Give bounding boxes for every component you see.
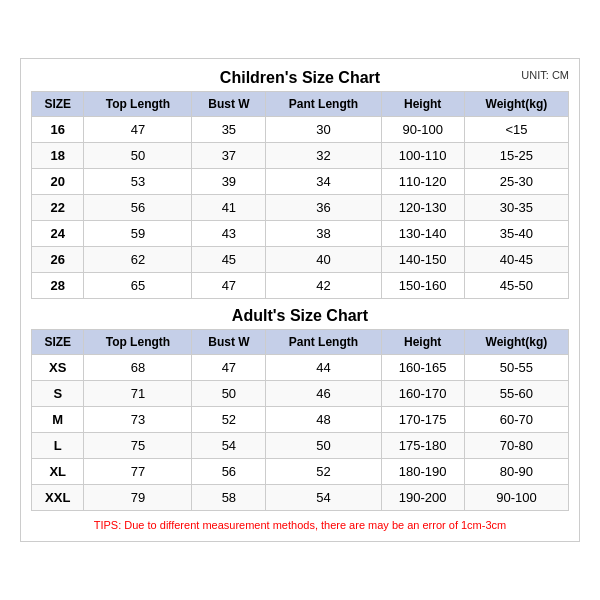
data-cell: 46 <box>266 381 381 407</box>
table-row: S715046160-17055-60 <box>32 381 569 407</box>
children-size-table: SIZE Top Length Bust W Pant Length Heigh… <box>31 91 569 299</box>
data-cell: 47 <box>192 273 266 299</box>
adult-col-size: SIZE <box>32 330 84 355</box>
table-row: L755450175-18070-80 <box>32 433 569 459</box>
children-table-body: 1647353090-100<1518503732100-11015-25205… <box>32 117 569 299</box>
adult-table-body: XS684744160-16550-55S715046160-17055-60M… <box>32 355 569 511</box>
data-cell: 50-55 <box>464 355 568 381</box>
size-chart-wrapper: Children's Size Chart UNIT: CM SIZE Top … <box>20 58 580 542</box>
data-cell: 50 <box>192 381 266 407</box>
data-cell: 32 <box>266 143 381 169</box>
data-cell: 68 <box>84 355 192 381</box>
adult-title: Adult's Size Chart <box>232 307 368 324</box>
data-cell: 59 <box>84 221 192 247</box>
data-cell: 48 <box>266 407 381 433</box>
data-cell: 50 <box>84 143 192 169</box>
adult-size-table: SIZE Top Length Bust W Pant Length Heigh… <box>31 329 569 511</box>
data-cell: 175-180 <box>381 433 464 459</box>
data-cell: 47 <box>84 117 192 143</box>
table-row: XXL795854190-20090-100 <box>32 485 569 511</box>
size-cell: S <box>32 381 84 407</box>
data-cell: 65 <box>84 273 192 299</box>
data-cell: 52 <box>192 407 266 433</box>
data-cell: 50 <box>266 433 381 459</box>
data-cell: 47 <box>192 355 266 381</box>
col-weight: Weight(kg) <box>464 92 568 117</box>
size-cell: 16 <box>32 117 84 143</box>
data-cell: 70-80 <box>464 433 568 459</box>
size-cell: 22 <box>32 195 84 221</box>
size-cell: 20 <box>32 169 84 195</box>
data-cell: 160-170 <box>381 381 464 407</box>
data-cell: 15-25 <box>464 143 568 169</box>
data-cell: 58 <box>192 485 266 511</box>
col-top-length: Top Length <box>84 92 192 117</box>
data-cell: 75 <box>84 433 192 459</box>
data-cell: 90-100 <box>464 485 568 511</box>
data-cell: 35 <box>192 117 266 143</box>
data-cell: 40-45 <box>464 247 568 273</box>
table-row: XS684744160-16550-55 <box>32 355 569 381</box>
data-cell: 170-175 <box>381 407 464 433</box>
data-cell: 79 <box>84 485 192 511</box>
data-cell: 190-200 <box>381 485 464 511</box>
data-cell: 43 <box>192 221 266 247</box>
data-cell: 80-90 <box>464 459 568 485</box>
size-cell: XL <box>32 459 84 485</box>
data-cell: 140-150 <box>381 247 464 273</box>
data-cell: 120-130 <box>381 195 464 221</box>
size-cell: XXL <box>32 485 84 511</box>
children-title: Children's Size Chart <box>220 69 380 86</box>
table-row: 24594338130-14035-40 <box>32 221 569 247</box>
data-cell: 52 <box>266 459 381 485</box>
children-table-header: SIZE Top Length Bust W Pant Length Heigh… <box>32 92 569 117</box>
size-cell: M <box>32 407 84 433</box>
table-row: 18503732100-11015-25 <box>32 143 569 169</box>
table-row: 20533934110-12025-30 <box>32 169 569 195</box>
data-cell: 39 <box>192 169 266 195</box>
tips-text: TIPS: Due to different measurement metho… <box>31 519 569 531</box>
col-bust-w: Bust W <box>192 92 266 117</box>
table-row: 22564136120-13030-35 <box>32 195 569 221</box>
adult-col-pant-length: Pant Length <box>266 330 381 355</box>
size-cell: 18 <box>32 143 84 169</box>
data-cell: 35-40 <box>464 221 568 247</box>
data-cell: 77 <box>84 459 192 485</box>
data-cell: 73 <box>84 407 192 433</box>
data-cell: 56 <box>84 195 192 221</box>
data-cell: 62 <box>84 247 192 273</box>
table-row: XL775652180-19080-90 <box>32 459 569 485</box>
size-cell: 24 <box>32 221 84 247</box>
col-size: SIZE <box>32 92 84 117</box>
table-row: 1647353090-100<15 <box>32 117 569 143</box>
data-cell: 55-60 <box>464 381 568 407</box>
data-cell: 41 <box>192 195 266 221</box>
table-row: 26624540140-15040-45 <box>32 247 569 273</box>
table-row: M735248170-17560-70 <box>32 407 569 433</box>
data-cell: 38 <box>266 221 381 247</box>
data-cell: 90-100 <box>381 117 464 143</box>
data-cell: <15 <box>464 117 568 143</box>
adult-table-header: SIZE Top Length Bust W Pant Length Heigh… <box>32 330 569 355</box>
adult-chart-title: Adult's Size Chart <box>31 307 569 325</box>
data-cell: 53 <box>84 169 192 195</box>
data-cell: 110-120 <box>381 169 464 195</box>
data-cell: 150-160 <box>381 273 464 299</box>
size-cell: XS <box>32 355 84 381</box>
data-cell: 36 <box>266 195 381 221</box>
data-cell: 40 <box>266 247 381 273</box>
data-cell: 30 <box>266 117 381 143</box>
data-cell: 45-50 <box>464 273 568 299</box>
data-cell: 180-190 <box>381 459 464 485</box>
data-cell: 130-140 <box>381 221 464 247</box>
adult-col-weight: Weight(kg) <box>464 330 568 355</box>
data-cell: 54 <box>266 485 381 511</box>
data-cell: 44 <box>266 355 381 381</box>
data-cell: 30-35 <box>464 195 568 221</box>
data-cell: 34 <box>266 169 381 195</box>
data-cell: 56 <box>192 459 266 485</box>
data-cell: 45 <box>192 247 266 273</box>
data-cell: 42 <box>266 273 381 299</box>
size-cell: 26 <box>32 247 84 273</box>
data-cell: 54 <box>192 433 266 459</box>
